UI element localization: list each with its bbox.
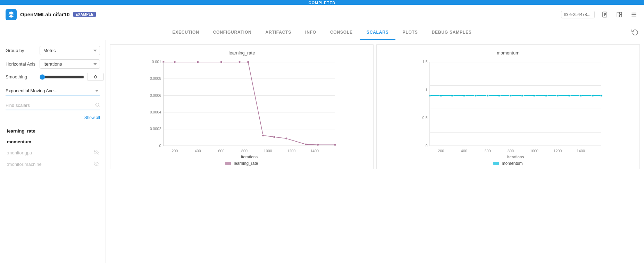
svg-text:1000: 1000 [530,149,538,153]
svg-text:Iterations: Iterations [507,154,524,159]
svg-text:0.0002: 0.0002 [150,127,161,131]
tab-configuration[interactable]: CONFIGURATION [206,26,259,40]
svg-text:200: 200 [172,149,178,153]
document-icon-btn[interactable] [600,10,609,19]
chart-learning-rate: learning_rate 0.001 0.0008 0.0006 0.0004… [110,44,374,169]
tab-plots[interactable]: PLOTS [395,26,425,40]
id-value: e-254478.... [569,12,592,17]
svg-rect-5 [620,12,622,14]
svg-point-72 [510,94,512,96]
scalar-item-learning-rate[interactable]: learning_rate [6,126,100,136]
svg-point-70 [486,94,488,96]
svg-point-35 [174,61,176,63]
scalar-item-monitor-gpu[interactable]: :monitor:gpu [6,147,100,159]
svg-text:0.001: 0.001 [152,60,161,64]
tab-console[interactable]: CONSOLE [323,26,360,40]
show-all-button[interactable]: Show all [6,115,100,120]
svg-text:1200: 1200 [553,149,562,153]
find-scalars-container [6,102,100,110]
smoothing-method-select[interactable]: Exponential Moving Ave... Running Averag… [6,86,100,95]
tab-scalars[interactable]: SCALARS [360,26,396,40]
svg-rect-6 [620,15,622,17]
layout-icon-btn[interactable] [615,10,624,19]
top-bar: COMPLETED [0,0,644,5]
scalar-list: learning_rate momentum :monitor:gpu :mon… [6,126,100,170]
tab-artifacts[interactable]: ARTIFACTS [259,26,299,40]
svg-rect-4 [617,12,619,17]
scalar-item-monitor-machine[interactable]: :monitor:machine [6,159,100,170]
svg-point-69 [475,94,477,96]
example-badge: EXAMPLE [73,12,96,17]
main: Group by Metric None Horizontal Axis Ite… [0,40,644,263]
svg-text:1200: 1200 [287,149,295,153]
svg-text:0.5: 0.5 [423,116,428,120]
svg-point-78 [580,94,582,96]
header-right: ID e-254478.... [561,10,638,19]
group-by-select[interactable]: Metric None [40,46,100,55]
svg-point-68 [463,94,465,96]
svg-text:1000: 1000 [264,149,272,153]
eye-slash-icon [94,150,99,156]
svg-point-73 [521,94,523,96]
scalar-item-label: :monitor:gpu [7,150,32,155]
svg-point-10 [96,103,99,106]
logo-icon [6,9,17,20]
svg-point-41 [273,136,275,138]
smoothing-slider[interactable] [40,74,84,80]
svg-point-77 [568,94,570,96]
tab-execution[interactable]: EXECUTION [165,26,206,40]
svg-point-76 [557,94,559,96]
id-label: ID [564,12,568,17]
refresh-icon-btn[interactable] [632,28,638,37]
scalar-item-momentum[interactable]: momentum [6,136,100,147]
chart-svg-learning-rate: 0.001 0.0008 0.0006 0.0004 0.0002 0 200 … [113,58,370,159]
menu-icon-btn[interactable] [629,10,638,19]
scalar-item-label: :monitor:machine [7,162,42,167]
nav-tabs: EXECUTION CONFIGURATION ARTIFACTS INFO C… [0,24,644,40]
app-title: OpenMMLab cifar10 [20,11,70,17]
charts-area: learning_rate 0.001 0.0008 0.0006 0.0004… [106,40,644,263]
legend-color-momentum [493,162,499,165]
chart-title-learning-rate: learning_rate [113,50,370,56]
legend-color-learning-rate [225,162,231,165]
svg-point-71 [498,94,500,96]
chart-legend-learning-rate: learning_rate [113,161,370,166]
smoothing-value-input[interactable] [87,73,104,81]
svg-text:1: 1 [426,88,428,92]
svg-text:800: 800 [241,149,248,153]
svg-point-74 [533,94,535,96]
svg-text:0.0008: 0.0008 [150,76,161,80]
search-icon [95,102,100,108]
horizontal-axis-label: Horizontal Axis [6,61,37,67]
chart-title-momentum: momentum [379,50,637,56]
tab-debug-samples[interactable]: DEBUG SAMPLES [425,26,478,40]
svg-text:0.0006: 0.0006 [150,93,161,97]
legend-label-momentum: momentum [502,161,522,166]
tab-info[interactable]: INFO [298,26,323,40]
svg-text:600: 600 [484,149,491,153]
svg-point-79 [592,94,594,96]
sidebar: Group by Metric None Horizontal Axis Ite… [0,40,106,263]
horizontal-axis-row: Horizontal Axis Iterations Time Epochs [6,59,100,69]
svg-point-67 [451,94,453,96]
horizontal-axis-select[interactable]: Iterations Time Epochs [40,59,100,69]
svg-point-75 [545,94,547,96]
svg-point-37 [220,61,222,63]
group-by-label: Group by [6,48,37,53]
legend-label-learning-rate: learning_rate [234,161,258,166]
svg-text:1.5: 1.5 [423,60,428,64]
header-left: OpenMMLab cifar10 EXAMPLE [6,9,96,20]
svg-text:1400: 1400 [577,149,585,153]
chart-legend-momentum: momentum [379,161,637,166]
chart-svg-momentum: 1.5 1 0.5 0 200 400 600 800 1000 1200 14… [379,58,637,159]
find-scalars-input[interactable] [6,103,95,108]
svg-text:400: 400 [195,149,201,153]
svg-text:0: 0 [159,144,161,148]
svg-point-36 [197,61,199,63]
svg-text:1400: 1400 [310,149,319,153]
svg-point-45 [334,144,336,146]
group-by-row: Group by Metric None [6,46,100,55]
svg-point-66 [440,94,442,96]
svg-text:600: 600 [218,149,224,153]
smoothing-method-row: Exponential Moving Ave... Running Averag… [6,86,100,95]
